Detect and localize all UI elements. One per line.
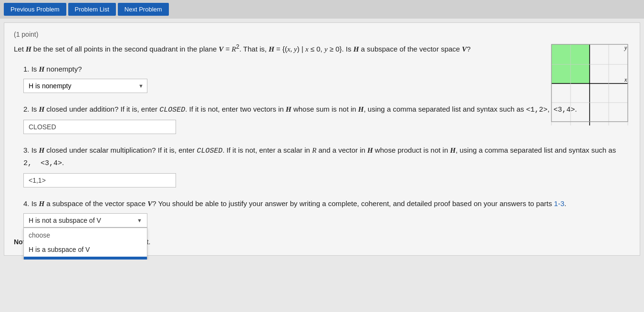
coordinate-diagram: y x xyxy=(549,42,630,125)
q4-option-not-subspace[interactable]: H is not a subspace of V xyxy=(24,257,147,260)
question-4-label: 4. Is H a subspace of the vector space V… xyxy=(23,198,630,209)
question-4-dropdown-list: choose H is a subspace of V H is not a s… xyxy=(23,228,147,260)
question-1-label: 1. Is H nonempty? xyxy=(23,63,630,75)
main-content: y x (1 point) Let H be the set of all po… xyxy=(4,22,640,256)
question-1-dropdown[interactable]: choose H is nonempty H is empty xyxy=(23,79,147,93)
question-1-dropdown-wrapper: choose H is nonempty H is empty ▼ xyxy=(23,79,147,93)
prev-problem-button[interactable]: Previous Problem xyxy=(4,3,66,16)
question-2-input[interactable] xyxy=(23,120,176,134)
problem-intro: Let H be the set of all points in the se… xyxy=(14,42,515,55)
dropdown-4-arrow-icon: ▼ xyxy=(137,218,142,223)
svg-text:y: y xyxy=(624,44,627,51)
problem-list-button[interactable]: Problem List xyxy=(68,3,116,16)
question-4-dropdown-wrapper: H is not a subspace of V ▼ choose H is a… xyxy=(23,213,147,228)
question-3-label: 3. Is H closed under scalar multiplicati… xyxy=(23,145,630,169)
question-3: 3. Is H closed under scalar multiplicati… xyxy=(14,145,630,187)
question-2-label: 2. Is H closed under addition? If it is,… xyxy=(23,104,630,116)
question-4: 4. Is H a subspace of the vector space V… xyxy=(14,198,630,228)
next-problem-button[interactable]: Next Problem xyxy=(118,3,169,16)
q4-option-choose[interactable]: choose xyxy=(24,228,147,242)
point-label: (1 point) xyxy=(14,31,630,38)
top-navigation: Previous Problem Problem List Next Probl… xyxy=(0,0,644,19)
question-3-input[interactable] xyxy=(23,173,176,187)
question-2: 2. Is H closed under addition? If it is,… xyxy=(14,104,630,134)
question-4-dropdown-display[interactable]: H is not a subspace of V ▼ xyxy=(23,213,147,228)
q4-option-subspace[interactable]: H is a subspace of V xyxy=(24,242,147,257)
svg-text:x: x xyxy=(624,76,627,83)
question-4-selected-value: H is not a subspace of V xyxy=(29,217,137,224)
question-1: 1. Is H nonempty? choose H is nonempty H… xyxy=(14,63,630,93)
